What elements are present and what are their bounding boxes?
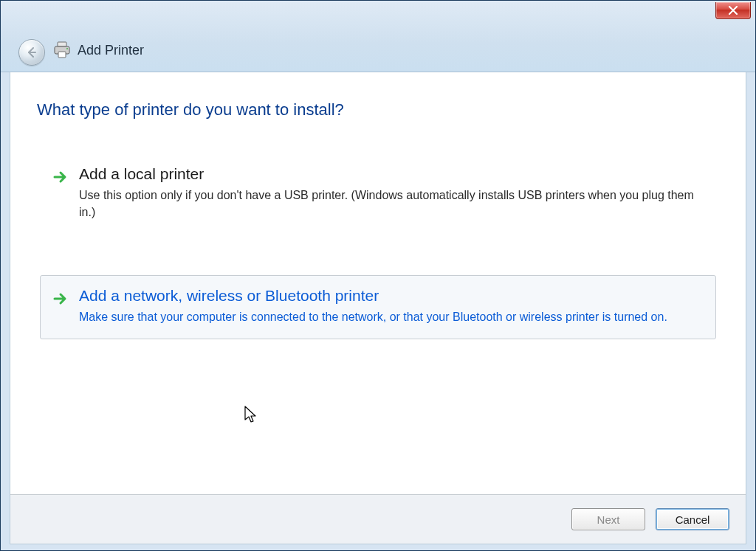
wizard-footer: Next Cancel	[10, 494, 746, 544]
cancel-button[interactable]: Cancel	[656, 508, 729, 530]
add-printer-wizard-window: Add Printer What type of printer do you …	[0, 0, 756, 551]
printer-icon	[52, 41, 72, 59]
option-text-block: Add a network, wireless or Bluetooth pri…	[79, 286, 667, 325]
close-button[interactable]	[715, 2, 751, 19]
option-title: Add a local printer	[79, 164, 704, 184]
option-local-printer[interactable]: Add a local printer Use this option only…	[40, 153, 716, 235]
option-text-block: Add a local printer Use this option only…	[79, 164, 704, 221]
arrow-right-icon	[52, 291, 69, 307]
option-description: Use this option only if you don't have a…	[79, 187, 704, 221]
close-icon	[728, 6, 738, 15]
back-button[interactable]	[18, 39, 45, 66]
mouse-cursor-icon	[244, 406, 259, 425]
svg-point-4	[66, 48, 68, 49]
option-network-printer[interactable]: Add a network, wireless or Bluetooth pri…	[40, 275, 716, 339]
next-button[interactable]: Next	[571, 508, 645, 530]
wizard-content: What type of printer do you want to inst…	[10, 72, 746, 494]
option-description: Make sure that your computer is connecte…	[79, 308, 667, 325]
arrow-right-icon	[52, 169, 69, 185]
page-heading: What type of printer do you want to inst…	[37, 100, 719, 119]
window-title-area: Add Printer	[52, 41, 144, 59]
window-titlebar: Add Printer	[1, 1, 755, 72]
option-title: Add a network, wireless or Bluetooth pri…	[79, 286, 667, 305]
svg-rect-3	[58, 52, 66, 58]
back-arrow-icon	[25, 46, 38, 59]
svg-rect-1	[58, 42, 66, 46]
window-title: Add Printer	[78, 43, 144, 58]
